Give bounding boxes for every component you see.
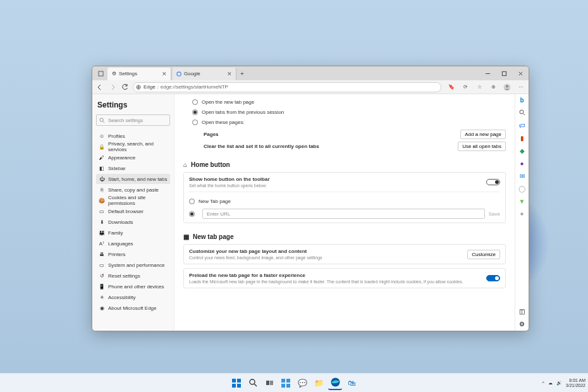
sidebar-settings-icon[interactable]: ⚙ (518, 319, 527, 328)
svg-point-9 (506, 85, 508, 87)
tab-google[interactable]: Google ✕ (173, 68, 236, 80)
refresh-alt-icon[interactable]: ⟳ (460, 82, 470, 92)
home-url-input[interactable]: Enter URL (202, 209, 485, 219)
drop-icon[interactable]: ◯ (518, 184, 527, 193)
add-new-page-button[interactable]: Add a new page (460, 130, 506, 139)
family-icon: 👪 (99, 230, 105, 236)
bing-icon[interactable]: b (518, 95, 527, 104)
games-icon[interactable]: ◆ (518, 146, 527, 155)
tray-volume-icon[interactable]: 🔊 (556, 381, 562, 386)
startup-opt-newtab[interactable]: Open the new tab page (192, 97, 506, 107)
radio-icon (192, 109, 198, 115)
show-home-title: Show home button on the toolbar (189, 176, 270, 182)
accessibility-icon: ✳ (99, 295, 105, 300)
back-button[interactable] (95, 82, 105, 92)
favorites-icon[interactable]: ☆ (474, 82, 484, 92)
settings-nav: ☺Profiles 🔒Privacy, search, and services… (96, 131, 170, 313)
nav-profiles[interactable]: ☺Profiles (96, 131, 170, 141)
tab-actions-icon[interactable] (95, 71, 106, 77)
svg-point-12 (520, 110, 524, 114)
site-info-icon[interactable] (136, 85, 141, 90)
tray-cloud-icon[interactable]: ☁ (548, 381, 553, 386)
nav-appearance[interactable]: 🖌Appearance (96, 152, 170, 162)
settings-heading: Settings (97, 101, 170, 109)
nav-languages[interactable]: AᵀLanguages (96, 238, 170, 248)
search-settings-input[interactable]: Search settings (96, 114, 170, 126)
startup-options: Open the new tab page Open tabs from the… (183, 97, 506, 151)
startup-opt-pages[interactable]: Open these pages: (192, 117, 506, 127)
profile-icon: ☺ (99, 133, 105, 139)
maximize-button[interactable] (496, 66, 512, 80)
widgets-button[interactable] (279, 376, 293, 390)
explorer-button[interactable]: 📁 (312, 376, 326, 390)
system-tray: ^ ☁ 🔊 8:01 AM 3/21/2022 (542, 378, 585, 388)
share-icon: ⎘ (99, 187, 105, 193)
radio-icon (192, 99, 198, 105)
add-sidebar-icon[interactable]: + (518, 209, 527, 218)
google-icon (176, 71, 181, 77)
collections-icon[interactable]: ⊕ (488, 82, 498, 92)
start-button[interactable] (230, 376, 243, 390)
edge-taskbar-button[interactable] (328, 376, 342, 390)
home-opt-ntp[interactable]: New Tab page (189, 196, 500, 206)
apps-icon[interactable]: ▼ (518, 197, 527, 205)
read-aloud-icon[interactable]: 🔖 (446, 82, 456, 92)
office-icon[interactable]: ● (518, 159, 527, 168)
nav-accessibility[interactable]: ✳Accessibility (96, 292, 170, 302)
close-tab-icon[interactable]: ✕ (157, 71, 167, 77)
nav-sidebar[interactable]: ◧Sidebar (96, 163, 170, 173)
settings-panel[interactable]: Open the new tab page Open tabs from the… (175, 94, 515, 331)
nav-privacy[interactable]: 🔒Privacy, search, and services (96, 142, 170, 152)
shopping-icon[interactable]: 🏷 (518, 121, 527, 130)
refresh-button[interactable] (120, 82, 130, 92)
nav-about[interactable]: ◉About Microsoft Edge (96, 303, 170, 313)
startup-opt-previous[interactable]: Open tabs from the previous session (192, 107, 506, 117)
nav-cookies[interactable]: 🍪Cookies and site permissions (96, 195, 170, 205)
nav-default-browser[interactable]: ▭Default browser (96, 206, 170, 216)
home-save-button[interactable]: Save (489, 211, 500, 217)
search-icon (99, 118, 106, 123)
gear-icon: ⚙ (111, 71, 116, 77)
new-tab-button[interactable]: + (236, 70, 248, 77)
show-home-toggle[interactable] (486, 179, 500, 185)
radio-icon[interactable] (189, 211, 195, 217)
more-icon[interactable]: ⋯ (516, 82, 526, 92)
nav-family[interactable]: 👪Family (96, 228, 170, 238)
edge-sidebar: b 🏷 ▮ ◆ ● ✉ ◯ ▼ + ◫ ⚙ (515, 94, 529, 331)
outlook-icon[interactable]: ✉ (518, 171, 527, 180)
customize-title: Customize your new tab page layout and c… (189, 248, 322, 254)
preload-toggle[interactable] (486, 275, 500, 281)
nav-reset[interactable]: ↺Reset settings (96, 271, 170, 281)
nav-phone[interactable]: 📱Phone and other devices (96, 281, 170, 291)
close-tab-icon[interactable]: ✕ (222, 71, 232, 77)
nav-downloads[interactable]: ⬇Downloads (96, 217, 170, 227)
tools-icon[interactable]: ▮ (518, 133, 527, 142)
customize-button[interactable]: Customize (467, 250, 500, 259)
home-button-section: ⌂Home button Show home button on the too… (183, 161, 506, 223)
chat-button[interactable]: 💬 (295, 376, 309, 390)
nav-printers[interactable]: 🖶Printers (96, 249, 170, 259)
taskview-button[interactable] (262, 376, 276, 390)
svg-rect-3 (502, 71, 506, 75)
nav-system[interactable]: ▭System and performance (96, 260, 170, 270)
forward-button[interactable] (107, 82, 118, 92)
svg-rect-22 (281, 379, 285, 383)
profile-icon[interactable] (502, 82, 512, 92)
clock[interactable]: 8:01 AM 3/21/2022 (566, 378, 585, 388)
tray-chevron-icon[interactable]: ^ (542, 381, 544, 385)
search-placeholder: Search settings (108, 118, 143, 123)
windows-taskbar: 💬 📁 🛍 ^ ☁ 🔊 8:01 AM 3/21/2022 (0, 373, 588, 392)
minimize-button[interactable] (479, 66, 496, 80)
tab-settings[interactable]: ⚙ Settings ✕ (107, 68, 171, 80)
svg-rect-20 (266, 381, 269, 385)
preload-desc: Loads the Microsoft new tab page in the … (189, 279, 481, 284)
close-window-button[interactable] (512, 66, 529, 80)
use-all-open-tabs-button[interactable]: Use all open tabs (458, 142, 506, 151)
sidebar-panel-icon[interactable]: ◫ (518, 307, 527, 315)
search-icon[interactable] (518, 108, 527, 117)
nav-start-home-newtabs[interactable]: ⏻Start, home, and new tabs (96, 174, 170, 184)
address-bar[interactable]: Edge | edge://settings/startHomeNTP (133, 82, 441, 92)
nav-share[interactable]: ⎘Share, copy and paste (96, 185, 170, 195)
store-button[interactable]: 🛍 (345, 376, 358, 390)
search-button[interactable] (246, 376, 260, 390)
